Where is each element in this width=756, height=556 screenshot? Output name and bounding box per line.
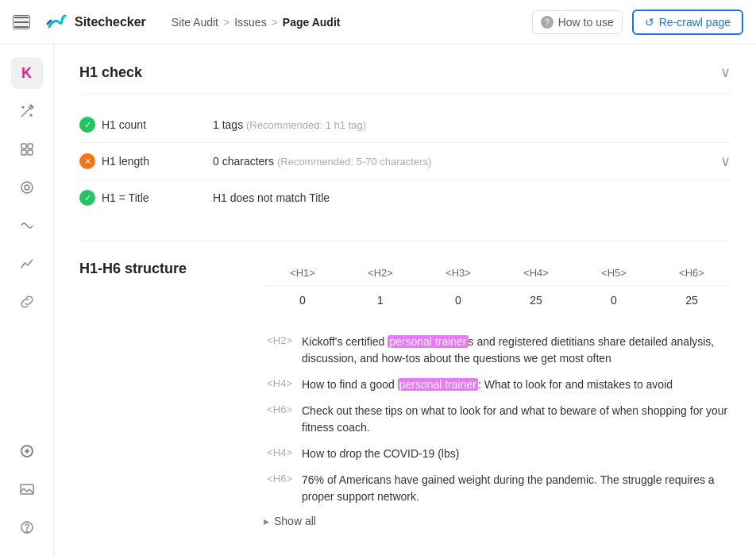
h1h6-structure-title: H1-H6 structure [79, 261, 238, 277]
h1-count-status: ✓ [79, 117, 102, 133]
svg-rect-3 [28, 144, 33, 149]
col-h4: <H4> [497, 261, 575, 286]
breadcrumb-issues[interactable]: Issues [234, 16, 266, 29]
structure-item-0: <H2> Kickoff's certified personal traine… [264, 334, 731, 367]
svg-point-6 [21, 182, 33, 193]
h1-check-title: H1 check [79, 64, 142, 81]
question-icon: ? [541, 16, 554, 29]
h1-count-ok-icon: ✓ [79, 117, 95, 133]
h1-check-header: H1 check ∨ [79, 64, 731, 95]
svg-rect-5 [28, 150, 33, 155]
content-area: H1 check ∨ ✓ H1 count 1 tags (Recommende… [54, 44, 756, 556]
h1h6-table-header-row: <H1> <H2> <H3> <H4> <H5> <H6> [264, 261, 731, 286]
logo: Sitechecker [43, 10, 146, 35]
tag-h6-2: <H6> [264, 403, 292, 415]
tag-text-4: 76% of Americans have gained weight duri… [302, 472, 731, 505]
tag-text-3: How to drop the COVID-19 (lbs) [302, 446, 459, 462]
recrawl-label: Re-crawl page [659, 16, 731, 29]
h1h6-table: <H1> <H2> <H3> <H4> <H5> <H6> [264, 261, 731, 315]
gallery-icon [19, 481, 35, 497]
highlight-1: personal trainer [398, 378, 478, 391]
h1h6-table-values-row: 0 1 0 25 0 25 [264, 286, 731, 315]
h1-length-warn-icon: ✕ [79, 153, 95, 169]
svg-rect-4 [21, 150, 26, 155]
val-h2: 1 [341, 286, 419, 315]
h1-count-row: ✓ H1 count 1 tags (Recommended: 1 h1 tag… [79, 107, 731, 143]
h1-count-text: 1 tags [213, 118, 243, 131]
breadcrumb-sep1: > [223, 16, 230, 29]
h1-length-text: 0 characters [213, 155, 274, 168]
recrawl-icon: ↺ [645, 16, 654, 29]
h1-title-text: H1 does not match Title [213, 191, 330, 204]
h1-title-ok-icon: ✓ [79, 190, 95, 206]
tag-text-1: How to find a good personal trainer: Wha… [302, 376, 673, 393]
logo-text: Sitechecker [75, 15, 146, 29]
tag-h6-4: <H6> [264, 473, 292, 485]
sidebar-item-add[interactable] [11, 435, 43, 467]
h1-length-status: ✕ [79, 153, 102, 169]
sidebar-item-help[interactable] [11, 512, 43, 543]
col-h6: <H6> [653, 261, 731, 286]
col-h2: <H2> [341, 261, 419, 286]
hamburger-button[interactable] [13, 15, 30, 29]
tag-text-2: Check out these tips on what to look for… [302, 403, 731, 436]
sidebar-item-wave[interactable] [11, 210, 43, 241]
show-all-button[interactable]: ▸ Show all [264, 512, 731, 531]
col-h5: <H5> [575, 261, 653, 286]
h1h6-structure-section: H1-H6 structure <H1> <H2> <H3> <H4> [79, 261, 731, 531]
recrawl-button[interactable]: ↺ Re-crawl page [632, 10, 743, 35]
sidebar-item-circle[interactable] [11, 172, 43, 203]
h1-length-expand-icon[interactable]: ∨ [720, 153, 731, 170]
structure-list: <H2> Kickoff's certified personal traine… [264, 334, 731, 505]
val-h6: 25 [653, 286, 731, 315]
h1-check-section: H1 check ∨ ✓ H1 count 1 tags (Recommende… [79, 64, 731, 215]
topbar-right: ? How to use ↺ Re-crawl page [532, 10, 743, 35]
h1-length-recommended: (Recommended: 5-70 characters) [277, 156, 431, 168]
circle-icon [19, 180, 35, 195]
sidebar-item-k[interactable]: K [11, 57, 43, 89]
val-h1: 0 [264, 286, 341, 315]
sidebar-item-gallery[interactable] [11, 473, 43, 505]
tag-text-0: Kickoff's certified personal trainers an… [302, 334, 731, 367]
add-icon [19, 443, 35, 459]
tag-h4-3: <H4> [264, 446, 292, 458]
structure-item-1: <H4> How to find a good personal trainer… [264, 376, 731, 393]
h1-check-chevron[interactable]: ∨ [720, 64, 731, 81]
sidebar-item-chart[interactable] [11, 248, 43, 280]
wand-icon [19, 103, 35, 119]
breadcrumb-sep2: > [272, 16, 278, 29]
chart-icon [19, 256, 35, 272]
val-h5: 0 [575, 286, 653, 315]
sidebar-item-link[interactable] [11, 286, 43, 318]
show-all-label: Show all [274, 515, 316, 527]
col-h3: <H3> [419, 261, 497, 286]
logo-icon [43, 10, 68, 35]
sidebar-item-grid[interactable] [11, 133, 43, 165]
val-h3: 0 [419, 286, 497, 315]
h1-length-label: H1 length [102, 155, 213, 168]
tag-h2-0: <H2> [264, 334, 292, 346]
svg-rect-2 [21, 144, 26, 149]
h1-count-label: H1 count [102, 118, 213, 131]
col-h1: <H1> [264, 261, 341, 286]
breadcrumb-site-audit[interactable]: Site Audit [172, 16, 218, 29]
k-icon: K [21, 65, 32, 82]
h1-length-row: ✕ H1 length 0 characters (Recommended: 5… [79, 143, 731, 180]
highlight-0: personal trainer [388, 335, 468, 348]
wave-icon [19, 218, 35, 234]
h1-length-value: 0 characters (Recommended: 5-70 characte… [213, 155, 431, 168]
main-area: K [0, 44, 756, 556]
how-to-use-button[interactable]: ? How to use [532, 10, 623, 34]
how-to-use-label: How to use [558, 16, 614, 29]
h1-title-label: H1 = Title [102, 191, 213, 204]
structure-item-2: <H6> Check out these tips on what to loo… [264, 403, 731, 436]
topbar: Sitechecker Site Audit > Issues > Page A… [0, 0, 756, 44]
show-all-arrow-icon: ▸ [264, 515, 269, 527]
sidebar-item-wand[interactable] [11, 95, 43, 127]
sidebar-bottom [11, 435, 43, 543]
svg-point-11 [26, 531, 28, 532]
app-container: Sitechecker Site Audit > Issues > Page A… [0, 0, 756, 556]
h1-title-status: ✓ [79, 190, 102, 206]
h1-count-value: 1 tags (Recommended: 1 h1 tag) [213, 118, 366, 131]
h1-title-row: ✓ H1 = Title H1 does not match Title [79, 180, 731, 215]
